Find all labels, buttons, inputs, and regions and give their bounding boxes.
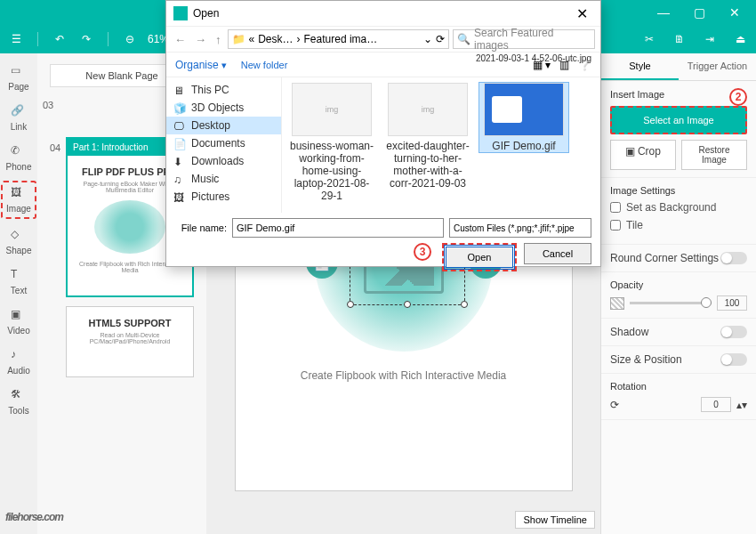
window-close[interactable]: ✕ (717, 0, 752, 25)
opacity-value[interactable]: 100 (717, 295, 747, 311)
rail-shape[interactable]: ◇Shape (1, 224, 36, 259)
resize-handle[interactable] (461, 301, 468, 308)
breadcrumb[interactable]: 📁 « Desk…› Featured ima… ⌄ ⟳ (228, 29, 450, 49)
image-icon: 🖼 (11, 186, 27, 202)
tab-trigger-action[interactable]: Trigger Action (679, 53, 756, 80)
panel-tabs: Style Trigger Action (601, 53, 756, 81)
shape-icon: ◇ (11, 228, 27, 244)
filename-input[interactable] (232, 218, 444, 238)
tile-checkbox[interactable]: Tile (610, 219, 747, 231)
dialog-title: Open (193, 7, 219, 20)
undo-icon[interactable]: ↶ (51, 30, 68, 48)
stepper-icon[interactable]: ▴▾ (736, 399, 747, 411)
rotation-value[interactable]: 0 (701, 397, 731, 412)
redo-icon[interactable]: ↷ (77, 30, 95, 48)
phone-icon: ✆ (11, 144, 27, 160)
music-icon: ♫ (173, 174, 186, 184)
page-number: 03 (43, 100, 53, 110)
cancel-button[interactable]: Cancel (524, 243, 591, 264)
file-type-filter[interactable] (449, 218, 591, 238)
nav-forward-icon[interactable]: → (192, 33, 209, 46)
filename-label: File name: (175, 222, 227, 233)
select-image-button[interactable]: Select an Image (610, 106, 747, 134)
cut-icon[interactable]: ✂ (640, 30, 658, 48)
properties-panel: Style Trigger Action Insert Image 2 Sele… (600, 53, 756, 534)
pictures-icon: 🖼 (173, 191, 186, 202)
show-timeline-button[interactable]: Show Timeline (515, 511, 595, 529)
callout-badge-2: 2 (729, 88, 747, 106)
restore-image-button[interactable]: Restore Image (681, 140, 747, 170)
text-icon: T (11, 268, 27, 284)
cube-icon: 🧊 (173, 102, 186, 113)
dialog-close-button[interactable]: ✕ (571, 5, 593, 22)
file-item[interactable]: img business-woman-working-from-home-usi… (287, 83, 376, 202)
download-icon: ⬇ (173, 156, 186, 166)
resize-handle[interactable] (404, 301, 411, 308)
crop-button[interactable]: ▣ Crop (610, 140, 676, 170)
nav-back-icon[interactable]: ← (172, 33, 189, 46)
page-number: 04 (50, 142, 60, 153)
menu-icon[interactable]: ☰ (7, 30, 25, 48)
file-list: img business-woman-working-from-home-usi… (282, 77, 600, 213)
rail-page[interactable]: ▭Page (1, 61, 36, 95)
window-minimize[interactable]: — (646, 0, 681, 25)
resize-handle[interactable] (347, 301, 354, 308)
callout-badge-3: 3 (414, 243, 431, 261)
tree-this-pc[interactable]: 🖥This PC (166, 81, 281, 99)
video-icon: ▣ (11, 308, 27, 324)
tree-pictures[interactable]: 🖼Pictures (166, 188, 281, 206)
export-icon[interactable]: ⇥ (701, 30, 719, 48)
tree-downloads[interactable]: ⬇Downloads (166, 152, 281, 170)
round-corner-toggle[interactable] (720, 252, 747, 264)
opacity-label: Opacity (610, 279, 747, 290)
new-folder-button[interactable]: New folder (241, 60, 288, 70)
tree-music[interactable]: ♫Music (166, 170, 281, 188)
page-thumb-05[interactable]: HTML5 SUPPORT Read on Multi-Device PC/Ma… (66, 306, 194, 377)
size-position-toggle[interactable] (720, 353, 747, 366)
rail-video[interactable]: ▣Video (1, 304, 36, 339)
opacity-slider[interactable] (630, 302, 712, 304)
rail-image[interactable]: 🖼Image (1, 181, 36, 219)
open-button-highlight: Open (442, 243, 517, 271)
tab-style[interactable]: Style (601, 53, 679, 80)
file-item-partial: 2021-09-03-1 4-52-06-utc.jpg (476, 53, 591, 64)
app-icon (173, 6, 188, 20)
window-maximize[interactable]: ▢ (681, 0, 717, 25)
folder-tree: 🖥This PC 🧊3D Objects 🖵Desktop 📄Documents… (166, 77, 282, 213)
zoom-out-icon[interactable]: ⊖ (121, 30, 139, 48)
shadow-toggle[interactable] (720, 326, 747, 338)
organise-menu[interactable]: Organise ▾ (175, 59, 227, 71)
exit-icon[interactable]: ⏏ (731, 30, 749, 48)
rail-phone[interactable]: ✆Phone (1, 141, 36, 175)
file-thumbnail: img (292, 83, 372, 136)
round-corner-label: Round Corner Settings (610, 252, 719, 264)
file-thumbnail: img (388, 83, 468, 136)
size-position-label: Size & Position (610, 353, 682, 366)
rail-text[interactable]: TText (1, 264, 36, 299)
rail-link[interactable]: 🔗Link (1, 101, 36, 135)
file-item-selected[interactable]: GIF Demo.gif (479, 83, 568, 152)
tool-rail: ▭Page 🔗Link ✆Phone 🖼Image ◇Shape TText ▣… (0, 53, 37, 534)
thumb-graphic (94, 200, 165, 254)
tree-documents[interactable]: 📄Documents (166, 134, 281, 152)
open-button[interactable]: Open (446, 247, 513, 268)
set-as-background-checkbox[interactable]: Set as Background (610, 201, 747, 214)
refresh-icon[interactable]: ⟳ (436, 33, 445, 45)
tree-3d-objects[interactable]: 🧊3D Objects (166, 99, 281, 117)
file-item[interactable]: img excited-daughter-turning-to-her-moth… (383, 83, 472, 190)
save-icon[interactable]: 🗎 (671, 30, 688, 48)
file-thumbnail (484, 83, 564, 136)
canvas-caption: Create Flipbook with Rich Interactive Me… (301, 369, 506, 382)
folder-icon: 📁 (232, 33, 245, 45)
chevron-down-icon[interactable]: ⌄ (423, 33, 432, 45)
search-icon: 🔍 (457, 33, 470, 45)
search-input[interactable]: 🔍 Search Featured images (453, 29, 595, 49)
rail-audio[interactable]: ♪Audio (1, 344, 36, 379)
thumb-title: HTML5 SUPPORT (74, 318, 186, 328)
tree-desktop[interactable]: 🖵Desktop (166, 117, 281, 134)
rail-tools[interactable]: 🛠Tools (1, 384, 36, 419)
nav-up-icon[interactable]: ↑ (213, 33, 224, 46)
pc-icon: 🖥 (173, 85, 186, 95)
audio-icon: ♪ (11, 348, 27, 364)
thumb-subtitle: Read on Multi-Device PC/Mac/iPad/iPhone/… (74, 332, 186, 344)
